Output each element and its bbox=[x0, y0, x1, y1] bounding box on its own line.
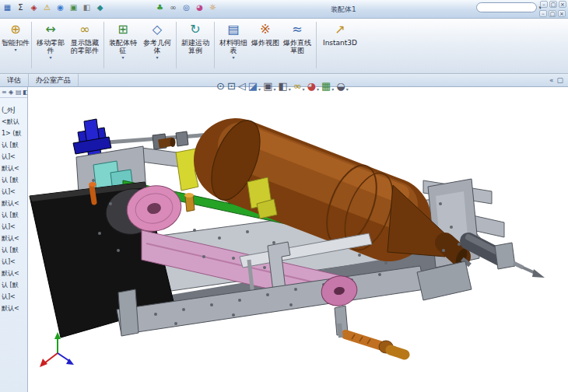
doc-minimize-button[interactable]: – bbox=[539, 10, 547, 17]
ribbon-button-explode-line-sketch[interactable]: ≈ 爆炸直线草图 bbox=[280, 20, 314, 71]
zoom-fit-icon[interactable]: ⊙ bbox=[216, 80, 225, 93]
pane-corner-buttons: « ▢ bbox=[549, 75, 568, 85]
origin-triad[interactable] bbox=[40, 332, 74, 367]
instant3d-icon: ↗ bbox=[335, 22, 345, 39]
smart-fasteners-icon: ⊕ bbox=[10, 22, 20, 39]
tree-item[interactable]: 认]< bbox=[0, 186, 27, 198]
section-view-icon[interactable]: ◪▾ bbox=[248, 80, 261, 93]
sketch-grid-icon[interactable]: ▦ bbox=[2, 2, 13, 13]
hide-show-items-icon[interactable]: ∞▾ bbox=[293, 80, 305, 93]
leaf-icon[interactable]: ♣ bbox=[154, 2, 166, 13]
ribbon-button-label: 智能扣件 bbox=[2, 39, 30, 47]
chevron-down-icon: ▾ bbox=[121, 54, 124, 60]
ribbon-button-reference-geometry[interactable]: ◇ 参考几何体 ▾ bbox=[140, 20, 174, 71]
screws[interactable] bbox=[339, 324, 405, 355]
doc-close-button[interactable]: × bbox=[558, 10, 566, 17]
ribbon-button-label: 爆炸视图 bbox=[251, 39, 280, 47]
chevron-down-icon: ▾ bbox=[232, 54, 234, 60]
close-button[interactable]: × bbox=[559, 1, 566, 8]
warning-icon[interactable]: ⚠ bbox=[41, 2, 53, 13]
right-actuator[interactable] bbox=[468, 237, 545, 278]
ribbon-separator bbox=[103, 22, 104, 68]
tree-item[interactable]: 默认< bbox=[0, 233, 27, 244]
tree-item[interactable]: 认 [默 bbox=[0, 139, 27, 151]
quick-access-toolbar: ▦ Σ ◈ ⚠ ◉ ▣ ◧ ◆ ♣ ∞ ◎ ◕ ☼ bbox=[2, 2, 219, 13]
ribbon-button-new-motion-study[interactable]: ↻ 新建运动算例 bbox=[178, 20, 212, 71]
view-orientation-icon[interactable]: ▣▾ bbox=[263, 80, 275, 93]
glasses-icon[interactable]: ∞ bbox=[167, 2, 179, 13]
search-area: ▾ bbox=[476, 2, 542, 12]
tree-item[interactable]: 认]< bbox=[0, 221, 27, 233]
ribbon-button-instant3d[interactable]: ↗ Instant3D bbox=[318, 20, 362, 71]
window-title: 装配体1 bbox=[331, 5, 356, 15]
minimize-button[interactable]: – bbox=[540, 1, 548, 8]
task-pane-icon[interactable]: ▢ bbox=[556, 75, 563, 85]
view-settings-icon[interactable]: ◒▾ bbox=[336, 80, 348, 93]
section-icon[interactable]: ◧ bbox=[81, 2, 93, 13]
options-icon[interactable]: ◆ bbox=[94, 2, 106, 13]
move-component-icon: ↔ bbox=[45, 22, 55, 39]
property-manager-icon[interactable]: ◈ bbox=[9, 89, 13, 96]
ribbon-button-exploded-view[interactable]: ※ 爆炸视图 bbox=[251, 20, 280, 71]
feature-manager-tabs: ≡ ◈ ▤ ◧ bbox=[0, 87, 27, 98]
window-controls: – ▢ × bbox=[540, 1, 566, 8]
tab-evaluate[interactable]: 详估 bbox=[0, 74, 29, 86]
target-icon[interactable]: ◎ bbox=[181, 2, 192, 13]
title-bar: ▦ Σ ◈ ⚠ ◉ ▣ ◧ ◆ ♣ ∞ ◎ ◕ ☼ 装配体1 ▾ – ▢ × –… bbox=[0, 0, 568, 19]
tree-item[interactable]: <默认 bbox=[0, 116, 27, 128]
tab-office-products[interactable]: 办公室产品 bbox=[29, 74, 79, 86]
appearance-icon[interactable]: ◕ bbox=[194, 2, 205, 13]
ribbon-button-label: 装配体特征 bbox=[106, 39, 140, 54]
tree-item[interactable]: 认 [默 bbox=[0, 279, 27, 291]
tree-item[interactable]: 默认< bbox=[0, 198, 27, 209]
ribbon-button-bill-of-materials[interactable]: ▤ 材料明细表 ▾ bbox=[216, 20, 251, 71]
feature-manager-panel[interactable]: ≡ ◈ ▤ ◧ (_外J <默认 1> (默 认 [默 认]< 默认< 认 [默… bbox=[0, 87, 28, 392]
graphics-area[interactable]: ⊙ ⊡ ◁ ◪▾ ▣▾ ◧▾ ∞▾ ◕▾ ▦▾ ◒▾ bbox=[28, 87, 568, 392]
previous-view-icon[interactable]: ◁ bbox=[238, 80, 246, 93]
tree-item[interactable]: 认 [默 bbox=[0, 174, 27, 186]
chevron-down-icon: ▾ bbox=[14, 47, 16, 52]
measure-icon[interactable]: Σ bbox=[15, 2, 26, 13]
tree-item[interactable]: 1> (默 bbox=[0, 128, 27, 139]
material-sphere-icon[interactable]: ◉ bbox=[54, 2, 66, 13]
command-manager-ribbon: ⊕ 智能扣件 ▾ ↔ 移动零部件 ▾ ∞ 显示隐藏的零部件 ⊞ 装配体特征 ▾ … bbox=[0, 19, 568, 74]
show-hidden-components-icon: ∞ bbox=[79, 22, 89, 39]
view-cube-icon[interactable]: ▣ bbox=[68, 2, 79, 13]
ribbon-button-smart-fasteners[interactable]: ⊕ 智能扣件 ▾ bbox=[2, 20, 30, 71]
assembly-features-icon: ⊞ bbox=[117, 22, 128, 39]
ribbon-separator bbox=[31, 22, 32, 68]
explode-line-sketch-icon: ≈ bbox=[292, 22, 302, 39]
tree-item[interactable]: 认]< bbox=[0, 256, 27, 268]
tree-item[interactable]: 认]< bbox=[0, 151, 27, 163]
edit-appearance-icon[interactable]: ◕▾ bbox=[307, 80, 319, 93]
doc-restore-button[interactable]: ▢ bbox=[549, 10, 556, 17]
ribbon-separator bbox=[176, 22, 177, 68]
scene-icon[interactable]: ☼ bbox=[207, 2, 219, 13]
ribbon-button-label: 显示隐藏的零部件 bbox=[68, 39, 102, 54]
configuration-manager-icon[interactable]: ▤ bbox=[16, 89, 20, 96]
tree-item[interactable]: 默认< bbox=[0, 268, 27, 279]
ribbon-button-move-component[interactable]: ↔ 移动零部件 ▾ bbox=[33, 20, 68, 71]
feature-tree: (_外J <默认 1> (默 认 [默 认]< 默认< 认 [默 认]< 默认<… bbox=[0, 98, 27, 314]
collapse-pane-icon[interactable]: « bbox=[549, 75, 554, 85]
search-input[interactable] bbox=[476, 2, 537, 12]
display-manager-icon[interactable]: ◧ bbox=[23, 89, 27, 96]
ribbon-button-label: 爆炸直线草图 bbox=[280, 39, 314, 54]
rebuild-icon[interactable]: ◈ bbox=[28, 2, 40, 13]
tree-item[interactable]: 认 [默 bbox=[0, 244, 27, 256]
display-style-icon[interactable]: ◧▾ bbox=[278, 80, 290, 93]
ribbon-button-assembly-features[interactable]: ⊞ 装配体特征 ▾ bbox=[106, 20, 140, 71]
tree-item[interactable]: 认 [默 bbox=[0, 209, 27, 221]
apply-scene-icon[interactable]: ▦▾ bbox=[321, 80, 334, 93]
tree-item[interactable]: 认]< bbox=[0, 291, 27, 303]
tree-item[interactable]: 默认< bbox=[0, 303, 27, 314]
main-area: ≡ ◈ ▤ ◧ (_外J <默认 1> (默 认 [默 认]< 默认< 认 [默… bbox=[0, 87, 568, 392]
zoom-area-icon[interactable]: ⊡ bbox=[227, 80, 236, 93]
feature-manager-icon[interactable]: ≡ bbox=[2, 89, 6, 96]
restore-button[interactable]: ▢ bbox=[549, 1, 557, 8]
new-motion-study-icon: ↻ bbox=[190, 22, 200, 39]
tree-item[interactable]: (_外J bbox=[0, 104, 27, 116]
ribbon-button-show-hidden-components[interactable]: ∞ 显示隐藏的零部件 bbox=[68, 20, 102, 71]
tree-item[interactable]: 默认< bbox=[0, 163, 27, 174]
3d-model-view[interactable] bbox=[28, 87, 568, 392]
